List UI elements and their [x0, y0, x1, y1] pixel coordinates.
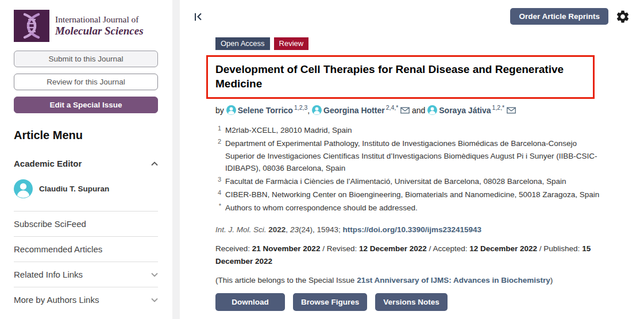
sidebar-links: Subscribe SciFeed Recommended Articles R… [14, 211, 158, 312]
academic-editor-label: Academic Editor [14, 159, 82, 168]
author-affil-sup: 2,4,* [386, 104, 399, 111]
special-issue-link[interactable]: 21st Anniversary of IJMS: Advances in Bi… [357, 276, 550, 285]
chevron-down-icon [151, 272, 158, 277]
author-link[interactable]: Georgina Hotter [323, 106, 385, 115]
sidebar-item-subscribe-scifeed[interactable]: Subscribe SciFeed [14, 211, 158, 236]
journal-name-line1: International Journal of [55, 14, 144, 25]
affiliation-marker: 4 [215, 188, 221, 201]
edit-special-issue-button[interactable]: Edit a Special Issue [14, 97, 158, 113]
journal-logo-icon [14, 10, 49, 42]
affiliation-item: 2 Department of Experimental Pathology, … [215, 137, 604, 175]
history-separator: / [429, 244, 431, 253]
affiliation-item: * Authors to whom correspondence should … [215, 202, 604, 214]
author-person-icon [427, 105, 437, 115]
academic-editor-card: Claudiu T. Supuran [14, 179, 158, 198]
affiliation-text: M2rlab-XCELL, 28010 Madrid, Spain [225, 124, 352, 137]
chevron-up-icon[interactable] [151, 162, 158, 166]
sidebar-item-related-info-links[interactable]: Related Info Links [14, 262, 158, 287]
affiliation-item: 3 Facultat de Farmàcia i Ciències de l’A… [215, 175, 604, 188]
article-badges: Open Access Review [215, 37, 618, 50]
affiliation-marker: 3 [215, 175, 221, 187]
author-affil-sup: 1,2,3 [294, 104, 307, 111]
email-icon[interactable] [507, 107, 516, 114]
submit-to-journal-button[interactable]: Submit to this Journal [14, 51, 158, 67]
sidebar-item-label: Subscribe SciFeed [14, 219, 86, 229]
author-separator: , [307, 106, 310, 115]
collapse-sidebar-icon[interactable] [195, 13, 202, 21]
journal-name-line2: Molecular Sciences [55, 25, 144, 37]
chevron-left-icon [196, 13, 202, 21]
sidebar-item-label: Recommended Articles [14, 244, 102, 254]
journal-logo-block[interactable]: International Journal of Molecular Scien… [14, 10, 158, 42]
editor-avatar [14, 179, 33, 198]
page: International Journal of Molecular Scien… [0, 0, 644, 319]
affiliation-text: Department of Experimental Pathology, In… [225, 137, 604, 175]
special-issue-line: (This article belongs to the Special Iss… [215, 276, 618, 285]
special-issue-suffix: ) [550, 276, 553, 285]
gear-icon[interactable] [615, 9, 630, 24]
author-affil-sup: 1,2,* [492, 104, 505, 111]
article-history: Received: 21 November 2022 / Revised: 12… [215, 243, 604, 268]
history-date: 12 December 2022 [359, 244, 427, 253]
affiliation-text: Facultat de Farmàcia i Ciències de l’Ali… [225, 175, 566, 188]
citation-line: Int. J. Mol. Sci. 2022, 23(24), 15943; h… [215, 225, 618, 234]
collapse-bar [195, 13, 196, 21]
history-label: Revised: [327, 244, 357, 253]
citation-year: 2022 [268, 225, 286, 234]
article: Open Access Review Development of Cell T… [215, 37, 618, 311]
sidebar-item-more-by-authors-links[interactable]: More by Authors Links [14, 287, 158, 312]
author-link[interactable]: Soraya Játiva [439, 106, 491, 115]
history-label: Accepted: [433, 244, 467, 253]
action-buttons: Download Browse Figures Versions Notes [215, 293, 618, 311]
citation-volume: 23 [290, 225, 299, 234]
author-person-icon [226, 105, 236, 115]
chevron-down-icon [151, 298, 158, 302]
main-content: Order Article Reprints Open Access Revie… [180, 0, 644, 319]
affiliation-text: Authors to whom correspondence should be… [225, 202, 418, 214]
journal-name: International Journal of Molecular Scien… [55, 14, 144, 37]
affiliation-marker: 2 [215, 137, 221, 175]
sidebar: International Journal of Molecular Scien… [0, 0, 172, 319]
versions-notes-button[interactable]: Versions Notes [375, 293, 448, 311]
affiliation-marker: * [215, 201, 221, 214]
citation-journal-abbrev: Int. J. Mol. Sci. [215, 225, 267, 234]
history-separator: / [322, 244, 325, 253]
author-separator: and [412, 106, 425, 115]
order-article-reprints-button[interactable]: Order Article Reprints [510, 8, 608, 25]
review-badge: Review [274, 37, 309, 50]
article-title: Development of Cell Therapies for Renal … [215, 62, 586, 91]
citation-comma: , [286, 225, 288, 234]
citation-issue-pages: (24), 15943; [299, 225, 341, 234]
affiliation-marker: 1 [215, 124, 221, 136]
affiliation-item: 4 CIBER-BBN, Networking Center on Bioeng… [215, 189, 604, 201]
affiliation-item: 1 M2rlab-XCELL, 28010 Madrid, Spain [215, 124, 604, 137]
academic-editor-header[interactable]: Academic Editor [14, 159, 158, 168]
open-access-badge: Open Access [215, 37, 270, 50]
article-menu-title: Article Menu [14, 129, 158, 142]
sidebar-item-label: Related Info Links [14, 270, 83, 279]
dna-helix-icon [20, 13, 44, 39]
affiliations-list: 1 M2rlab-XCELL, 28010 Madrid, Spain 2 De… [215, 124, 604, 214]
doi-link[interactable]: https://doi.org/10.3390/ijms232415943 [342, 225, 481, 234]
history-date: 21 November 2022 [252, 244, 321, 253]
sidebar-item-recommended-articles[interactable]: Recommended Articles [14, 236, 158, 262]
special-issue-prefix: (This article belongs to the Special Iss… [215, 276, 354, 285]
author-person-icon [312, 105, 322, 115]
email-icon[interactable] [400, 107, 410, 114]
sidebar-item-label: More by Authors Links [14, 295, 99, 305]
academic-editor-name[interactable]: Claudiu T. Supuran [39, 185, 109, 193]
byline-by: by [215, 106, 224, 115]
history-date: 12 December 2022 [469, 244, 537, 253]
content-divider [172, 0, 180, 319]
main-header: Order Article Reprints [195, 8, 630, 25]
review-for-journal-button[interactable]: Review for this Journal [14, 74, 158, 90]
affiliation-text: CIBER-BBN, Networking Center on Bioengin… [225, 189, 599, 201]
header-actions: Order Article Reprints [510, 8, 630, 25]
browse-figures-button[interactable]: Browse Figures [293, 293, 367, 311]
download-button[interactable]: Download [215, 293, 285, 311]
history-label: Published: [543, 244, 580, 253]
history-separator: / [539, 244, 542, 253]
byline: by Selene Torrico1,2,3, Georgina Hotter2… [215, 104, 618, 115]
history-label: Received: [215, 244, 250, 253]
author-link[interactable]: Selene Torrico [238, 106, 293, 115]
